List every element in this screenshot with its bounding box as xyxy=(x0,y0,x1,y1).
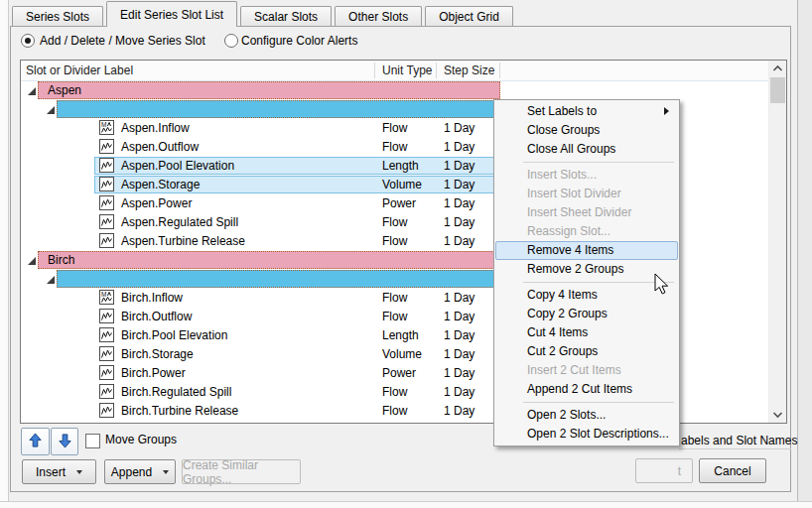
dropdown-arrow-icon xyxy=(76,470,82,474)
menu-item-label: Cut 2 Groups xyxy=(527,344,598,358)
multi-series-slot-icon: M xyxy=(99,290,114,305)
menu-item-insert-slots: Insert Slots... xyxy=(495,166,678,185)
step-size-cell: 1 Day xyxy=(444,232,474,251)
unit-type-cell: Power xyxy=(382,194,416,213)
scrollbar-thumb[interactable] xyxy=(770,77,785,103)
slot-label: Aspen.Pool Elevation xyxy=(121,157,234,176)
column-header-slot-or-divider-label[interactable]: Slot or Divider Label xyxy=(26,61,133,80)
move-up-button[interactable] xyxy=(21,428,50,455)
tab-edit-series-slot-list[interactable]: Edit Series Slot List xyxy=(106,1,237,27)
window-left-edge xyxy=(0,0,9,508)
series-slot-icon xyxy=(99,384,114,399)
column-separator xyxy=(436,63,437,78)
slot-label: Aspen.Storage xyxy=(121,176,200,194)
slot-label: Aspen.Turbine Release xyxy=(121,232,245,251)
slot-label: Birch.Storage xyxy=(121,345,194,364)
unit-type-cell: Volume xyxy=(382,176,422,194)
radio-configure-color-alerts[interactable] xyxy=(224,34,238,48)
series-slot-icon xyxy=(99,403,114,418)
step-size-cell: 1 Day xyxy=(444,364,474,383)
append-button[interactable]: Append xyxy=(104,459,176,484)
unit-type-cell: Flow xyxy=(382,119,407,138)
step-size-cell: 1 Day xyxy=(444,213,474,232)
menu-item-append-2-cut-items[interactable]: Append 2 Cut Items xyxy=(495,380,678,399)
slot-label: Birch.Outflow xyxy=(121,308,192,326)
menu-item-cut-2-groups[interactable]: Cut 2 Groups xyxy=(495,342,678,361)
scroll-up-icon[interactable] xyxy=(769,61,786,76)
step-size-cell: 1 Day xyxy=(444,289,474,308)
divider-line xyxy=(679,448,791,449)
expand-triangle-icon[interactable] xyxy=(46,274,56,284)
expand-triangle-icon[interactable] xyxy=(46,104,56,114)
menu-item-close-all-groups[interactable]: Close All Groups xyxy=(495,140,678,159)
step-size-cell: 1 Day xyxy=(444,402,474,421)
menu-item-open-2-slots[interactable]: Open 2 Slots... xyxy=(495,406,678,425)
cursor-icon xyxy=(654,273,674,298)
expand-triangle-icon[interactable] xyxy=(27,85,37,95)
move-down-button[interactable] xyxy=(51,428,78,455)
slot-label: Birch.Power xyxy=(121,364,186,383)
expand-triangle-icon[interactable] xyxy=(27,255,37,265)
series-slot-icon xyxy=(99,309,114,323)
menu-item-remove-4-items[interactable]: Remove 4 Items xyxy=(495,241,678,260)
tab-label: Series Slots xyxy=(26,10,89,24)
slot-label: Birch.Inflow xyxy=(121,289,183,308)
menu-item-label: Open 2 Slot Descriptions... xyxy=(527,427,669,441)
menu-item-close-groups[interactable]: Close Groups xyxy=(495,121,678,140)
insert-button[interactable]: Insert xyxy=(22,459,96,484)
column-separator xyxy=(374,63,375,78)
scroll-down-icon[interactable] xyxy=(769,407,786,423)
radio-configure-color-alerts-label[interactable]: Configure Color Alerts xyxy=(241,34,357,48)
menu-item-open-2-slot-descriptions[interactable]: Open 2 Slot Descriptions... xyxy=(495,425,678,444)
step-size-cell: 1 Day xyxy=(444,383,474,402)
svg-text:M: M xyxy=(101,121,106,128)
step-size-cell: 1 Day xyxy=(444,345,474,364)
unit-type-cell: Length xyxy=(382,157,419,176)
context-menu: Set Labels toClose GroupsClose All Group… xyxy=(493,99,680,446)
group-label: Aspen xyxy=(38,81,81,99)
menu-item-label: Cut 4 Items xyxy=(527,325,588,339)
menu-item-label: Append 2 Cut Items xyxy=(527,382,632,396)
series-slot-icon xyxy=(99,346,114,361)
series-slot-icon xyxy=(99,365,114,380)
cancel-button[interactable]: Cancel xyxy=(699,458,766,483)
slot-label: Aspen.Power xyxy=(121,194,192,213)
menu-item-copy-4-items[interactable]: Copy 4 Items xyxy=(495,286,678,305)
menu-item-label: Copy 2 Groups xyxy=(527,307,608,320)
multi-series-slot-icon: M xyxy=(99,120,114,135)
menu-item-remove-2-groups[interactable]: Remove 2 Groups xyxy=(495,260,678,279)
vertical-scrollbar[interactable] xyxy=(768,61,786,423)
step-size-cell: 1 Day xyxy=(444,326,474,345)
column-header-step-size[interactable]: Step Size xyxy=(444,61,494,80)
series-slot-icon xyxy=(99,177,114,191)
menu-item-label: Insert 2 Cut Items xyxy=(527,363,621,377)
submenu-arrow-icon xyxy=(664,107,669,115)
column-header-unit-type[interactable]: Unit Type xyxy=(382,61,432,80)
menu-item-cut-4-items[interactable]: Cut 4 Items xyxy=(495,323,678,342)
tab-object-grid[interactable]: Object Grid xyxy=(425,6,513,26)
tab-series-slots[interactable]: Series Slots xyxy=(12,6,103,26)
slot-label: Aspen.Inflow xyxy=(121,119,190,138)
unit-type-cell: Flow xyxy=(382,232,407,251)
step-size-cell: 1 Day xyxy=(444,308,474,326)
tab-other-slots[interactable]: Other Slots xyxy=(335,6,422,26)
move-groups-checkbox[interactable] xyxy=(85,434,100,448)
subgroup-band xyxy=(57,270,500,288)
edit-series-slot-list-dialog: Series SlotsEdit Series Slot ListScalar … xyxy=(0,0,812,508)
series-slot-icon xyxy=(99,214,114,229)
menu-item-copy-2-groups[interactable]: Copy 2 Groups xyxy=(495,305,678,323)
unit-type-cell: Flow xyxy=(382,138,407,157)
step-size-cell: 1 Day xyxy=(444,194,474,213)
tab-scalar-slots[interactable]: Scalar Slots xyxy=(240,6,332,26)
partially-hidden-button: t xyxy=(635,458,693,483)
menu-item-set-labels-to[interactable]: Set Labels to xyxy=(495,102,678,121)
svg-text:M: M xyxy=(101,291,106,298)
series-slot-icon xyxy=(99,233,114,248)
unit-type-cell: Length xyxy=(382,326,419,345)
group-row[interactable]: Aspen xyxy=(21,81,769,100)
menu-item-label: Remove 4 Items xyxy=(527,243,613,257)
radio-add-delete-move-label[interactable]: Add / Delete / Move Series Slot xyxy=(40,34,205,48)
move-groups-label[interactable]: Move Groups xyxy=(105,434,177,446)
unit-type-cell: Flow xyxy=(382,308,407,326)
radio-add-delete-move[interactable] xyxy=(21,34,35,48)
